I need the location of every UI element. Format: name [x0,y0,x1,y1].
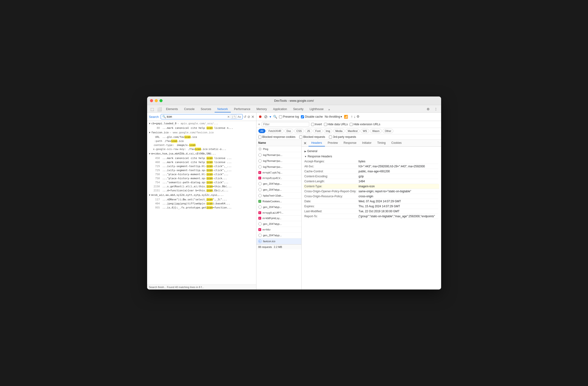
list-item[interactable]: 729 ...ivity-segment-tooltip.hl-icon-cli… [147,164,256,168]
list-item[interactable]: 750 ..."place-history-moment.hl-icon-cli… [147,172,256,176]
tab-application[interactable]: Application [270,106,290,112]
preserve-log-checkbox[interactable] [279,115,282,118]
clear-button[interactable]: ⊘ [264,114,268,119]
result-group-4[interactable]: ▼ m=sb_wiz,aa,abd,sy12d,sytt,sytp,sy12c,… [147,193,256,197]
menu-icon[interactable]: ⋮ [433,106,439,112]
pill-other[interactable]: Other [383,129,394,133]
list-item[interactable]: 450 ...mark canonical cite help icon lic… [147,156,256,160]
tab-initiator[interactable]: Initiator [359,140,374,146]
tab-timing[interactable]: Timing [374,140,389,146]
tab-network[interactable]: Network [215,106,231,112]
close-search-icon[interactable]: ✕ [251,115,254,119]
pill-doc[interactable]: Doc [285,129,294,133]
list-item[interactable]: 2151 ...d=function(a){var b=this.icon.Eb… [147,189,256,193]
download-icon[interactable]: ↓ [354,115,356,119]
list-item[interactable]: 754 ..."semantic-path-dialog.sp-icon-cli… [147,180,256,184]
pill-manifest[interactable]: Manifest [346,129,360,133]
list-item[interactable]: 404 ...jpeg|jpg|png|tiff|webp|x-icon);ba… [147,202,256,206]
refresh-search-icon[interactable]: ↺ [244,115,247,119]
list-item[interactable]: gen_204?atyp... [256,204,301,210]
search-input[interactable] [167,115,227,118]
tab-lighthouse[interactable]: Lighthouse [307,106,327,112]
inspect-icon[interactable]: ⬚ [149,106,156,112]
tab-response[interactable]: Response [341,140,359,146]
tab-preview[interactable]: Preview [325,140,341,146]
list-item[interactable]: ↺ RotateCookies... [256,199,301,204]
pill-font[interactable]: Font [313,129,323,133]
invert-checkbox[interactable] [311,123,314,126]
list-item[interactable]: ✕ m=syg9,aLUfP?... [256,210,301,215]
list-item-favicon[interactable]: G favicon.ico [256,238,301,244]
list-item[interactable]: gen_204?atyp... [256,221,301,227]
hide-ext-urls-checkbox[interactable] [350,123,353,126]
clear-results-icon[interactable]: ⊘ [247,115,250,119]
tab-security[interactable]: Security [290,106,306,112]
list-item[interactable]: log?format=jso... [256,152,301,158]
list-item[interactable]: 955 ...is,6}};_.fs.prototype.geticon=fun… [147,206,256,210]
pill-ws[interactable]: WS [360,129,369,133]
result-group-2[interactable]: ▼ favicon.ico — www.google.com/favicon.i… [147,130,256,135]
pill-img[interactable]: Img [324,129,332,133]
blocked-requests-checkbox[interactable] [299,135,302,139]
result-group-1[interactable]: ▼ cb=gapi.loaded_0 — apis.google.com/_sc… [147,121,256,126]
pill-fetch-xhr[interactable]: Fetch/XHR [266,129,284,133]
list-item[interactable]: :path /favicon.ico [147,139,256,143]
settings-icon[interactable]: ⚙ [425,106,432,112]
blocked-cookies-checkbox[interactable] [258,135,261,139]
list-item[interactable]: gen_204?atyp... [256,187,301,193]
list-item[interactable]: log?format=jso... [256,164,301,170]
case-sensitive-toggle[interactable]: Aa [238,115,241,118]
list-item[interactable]: log?format=jso... [256,158,301,164]
search-network-button[interactable]: 🔍 [273,115,277,119]
list-item[interactable]: Ping [256,146,301,152]
filter-button[interactable]: ▾ [270,115,271,119]
pill-wasm[interactable]: Wasm [370,129,382,133]
tab-memory[interactable]: Memory [253,106,270,112]
general-section-header[interactable]: ▶ General [304,149,438,154]
record-button[interactable]: ⏺ [258,115,262,119]
list-item[interactable]: 2150 ...s.getRoot().el(),a);this.icon=th… [147,184,256,189]
list-item[interactable]: ✕ m=kMFpHd,sy... [256,215,301,221]
device-icon[interactable]: ⬜ [156,106,163,112]
list-item[interactable]: ✕ m=syk7,sylc?xj... [256,170,301,175]
upload-icon[interactable]: ↑ [351,115,353,119]
pill-all[interactable]: All [258,129,266,133]
more-tabs[interactable]: » [327,107,331,112]
tab-sources[interactable]: Sources [198,106,214,112]
hide-data-urls-checkbox[interactable] [324,123,327,126]
list-item[interactable]: ✕ m=hfcr [256,227,301,233]
disable-cache-checkbox[interactable] [301,115,304,118]
tab-performance[interactable]: Performance [231,106,253,112]
maximize-button[interactable] [160,99,163,102]
list-item[interactable]: 729 ...ivity-segment-tooltip.sp-icon-cli… [147,168,256,172]
list-item[interactable]: 460 ...mark canonical cite help icon lic… [147,160,256,164]
pill-css[interactable]: CSS [294,129,304,133]
throttle-select[interactable]: No throttling ▾ [325,115,342,118]
close-details-button[interactable]: ✕ [303,141,307,146]
list-item[interactable]: 117 ...nDReve"));Bw.set("select_icon",_J… [147,197,256,202]
pill-media[interactable]: Media [333,129,345,133]
response-headers-section-header[interactable]: ▼ Response Headers [304,154,438,159]
tab-elements[interactable]: Elements [163,106,181,112]
result-group-3[interactable]: ▼ m=cdos,hsm,jsa,mb4ZUb,d,csi,cEt90b,SNU… [147,151,256,156]
list-item[interactable]: 80 ...mark canonical cite help icon lice… [147,126,256,130]
list-item[interactable]: content-type: image/x-icon [147,143,256,147]
list-item[interactable]: ✕ m=syv9,syv8,V... [256,175,301,181]
network-settings-icon[interactable]: ⚙ [357,115,360,119]
tab-headers[interactable]: Headers [309,140,325,146]
list-item[interactable]: URL ...gle.com/favicon.ico [147,135,256,139]
list-item[interactable]: x-google-scs-row-key: /favicon.ico:stati… [147,147,256,151]
minimize-button[interactable] [155,99,158,102]
pill-js[interactable]: JS [305,129,312,133]
filter-input[interactable] [263,123,299,126]
tab-console[interactable]: Console [181,106,197,112]
list-item[interactable]: hpba?vet=10ah... [256,193,301,199]
close-button[interactable] [150,99,153,102]
regex-toggle[interactable]: (.*) [231,115,237,119]
clear-search-icon[interactable]: ✕ [227,115,230,119]
tab-cookies[interactable]: Cookies [389,140,404,146]
list-item[interactable]: gen_204?atyp... [256,233,301,238]
list-item[interactable]: 750 ..."place-history-moment.sp-icon-cli… [147,176,256,180]
list-item[interactable]: gen_204?atyp... [256,181,301,187]
third-party-checkbox[interactable] [329,135,332,139]
